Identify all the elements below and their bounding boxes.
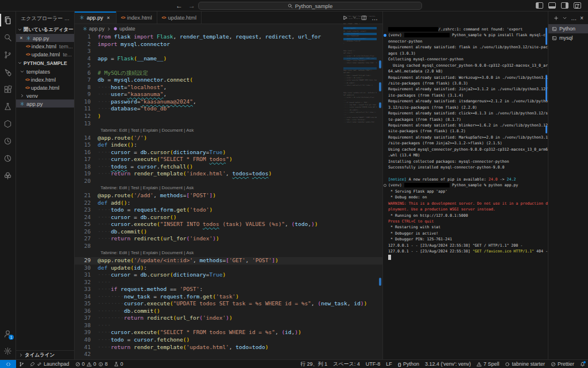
terminal-tab-mysql[interactable]: mysql <box>548 33 588 43</box>
line-number: 41 <box>75 344 98 351</box>
terminal-line: Requirement already satisfied: Werkzeug>… <box>383 75 548 80</box>
new-terminal-icon[interactable] <box>554 16 559 21</box>
toggle-panel[interactable] <box>548 2 556 9</box>
terminal-line: Installing collected packages: mysql-con… <box>383 159 548 164</box>
tree-item-update.html[interactable]: <>update.html <box>16 83 74 91</box>
terminal-output[interactable]: /.zshrc:1: command not found: 'export(ve… <box>383 26 548 359</box>
settings-gear-button[interactable] <box>0 342 16 359</box>
activity-testing[interactable] <box>0 98 16 115</box>
code-line: 11····database="todo_db" <box>75 105 382 113</box>
activity-clock-extension[interactable] <box>0 132 16 150</box>
code-line: 6# MySQLの接続設定 <box>75 70 382 77</box>
nav-forward-icon[interactable]: → <box>188 2 195 10</box>
html-icon: <> <box>121 15 125 20</box>
status-source-control-graph[interactable] <box>16 360 27 368</box>
status-python-interpreter[interactable]: 3.12.4 ('venv': venv) <box>422 360 474 368</box>
command-center-search[interactable]: Python_sample <box>198 2 422 10</box>
activity-ai-extension[interactable] <box>0 150 16 167</box>
status-language-mode[interactable]: {}Python <box>395 360 422 368</box>
line-number: 13 <box>75 120 98 128</box>
activity-hexagon-extension[interactable] <box>0 115 16 132</box>
code-line: 23····todo = request.form.get('todo') <box>75 206 382 214</box>
toggle-secondary-sidebar[interactable] <box>561 2 568 9</box>
open-editors-header[interactable]: 開いているエディター <box>16 25 74 34</box>
code-editor[interactable]: 1from flask import Flask, render_templat… <box>75 33 382 359</box>
minimap-highlight <box>343 57 377 60</box>
terminal-profile-dropdown-icon[interactable] <box>562 16 567 21</box>
activity-run-debug[interactable] <box>0 63 16 80</box>
code-text: ····return render_template('index.html',… <box>98 170 272 178</box>
project-section-header[interactable]: PYTHON_SAMPLE <box>16 59 74 67</box>
status-notifications[interactable] <box>577 360 588 368</box>
codelens-row[interactable]: Tabnine: Edit | Test | Explain | Documen… <box>75 127 382 135</box>
code-text: db = mysql.connector.connect( <box>98 76 193 84</box>
code-text: @app.route('/') <box>98 135 147 142</box>
status-prettier[interactable]: Prettier <box>548 360 577 368</box>
status-indentation[interactable]: スペース: 4 <box>330 360 363 368</box>
status-remote-indicator[interactable] <box>0 360 16 368</box>
editor-group: app.py×<>index.html<>update.html… app.py… <box>75 12 382 359</box>
code-line: 22def add(): <box>75 200 382 207</box>
tree-item-app.py[interactable]: app.py <box>16 99 74 108</box>
command-decoration-default-icon[interactable] <box>384 184 386 187</box>
line-number: 14 <box>75 135 98 142</box>
tree-item-index.html[interactable]: <>index.html <box>16 75 74 83</box>
toggle-primary-sidebar[interactable] <box>536 2 543 9</box>
remote-icon <box>6 362 11 367</box>
terminal-line: Using cached mysql_connector_python-9.0.… <box>383 63 548 68</box>
status-problems[interactable]: 008 <box>72 360 111 368</box>
status-eol-sequence[interactable]: LF <box>383 360 395 368</box>
close-icon[interactable]: × <box>18 35 24 41</box>
activity-search[interactable] <box>0 29 16 46</box>
terminal-tab-Python[interactable]: Python <box>548 24 588 33</box>
open-editor-update.html[interactable]: <>update.htmlte... <box>16 50 74 58</box>
tab-index.html[interactable]: <>index.html <box>117 12 157 24</box>
status-testing-results[interactable]: 0 <box>111 360 126 368</box>
status-cursor-position[interactable]: 行 29、列 1 <box>297 360 330 368</box>
customize-layout[interactable] <box>574 2 581 9</box>
codelens-row[interactable]: Tabnine: Edit | Test | Explain | Documen… <box>75 250 382 257</box>
terminal-more-actions-icon[interactable]: … <box>571 15 577 21</box>
terminal-line: Requirement already satisfied: flask in … <box>383 44 548 50</box>
terminal-scrollbar-mark <box>546 28 547 45</box>
minimap[interactable]: from flask import Flask, render_template… <box>343 16 377 126</box>
close-panel-icon[interactable]: × <box>580 15 583 21</box>
line-number: 23 <box>75 206 98 214</box>
open-editor-index.html[interactable]: <>index.htmltem... <box>16 42 74 50</box>
nav-back-icon[interactable]: ← <box>176 2 183 10</box>
status-spell-checker[interactable]: 7 Spell <box>474 360 502 368</box>
activity-source-control[interactable] <box>0 46 16 63</box>
code-line: 25····cursor.execute("INSERT INTO todos … <box>75 221 382 228</box>
codelens-row[interactable]: Tabnine: Edit | Test | Explain | Documen… <box>75 185 382 192</box>
tab-app.py[interactable]: app.py× <box>75 12 117 24</box>
activity-explorer[interactable] <box>0 12 16 29</box>
file-label: app.py <box>33 35 49 41</box>
status-encoding[interactable]: UTF-8 <box>363 360 384 368</box>
code-text: ) <box>98 113 101 120</box>
status-text: 0 <box>121 361 123 367</box>
breadcrumb[interactable]: app.py update <box>75 24 382 33</box>
tree-item-venv[interactable]: venv <box>16 91 74 99</box>
line-number: 26 <box>75 228 98 236</box>
code-line: 4app = Flask(__name__) <box>75 55 382 63</box>
activity-extensions[interactable] <box>0 80 16 98</box>
open-editor-app.py[interactable]: ×app.py <box>16 34 74 42</box>
command-decoration-success-icon[interactable] <box>384 34 386 37</box>
terminal-line: * Serving Flask app 'app' <box>383 189 548 194</box>
html-icon: <> <box>25 77 29 82</box>
tab-update.html[interactable]: <>update.html <box>157 12 202 24</box>
timeline-section[interactable]: タイムライン <box>16 350 74 359</box>
status-tabnine[interactable]: tabnine starter <box>502 360 548 368</box>
explorer-more-icon[interactable]: … <box>64 16 69 21</box>
tree-item-templates[interactable]: templates <box>16 67 74 75</box>
chevron-right-icon <box>20 93 25 98</box>
activity-tree-extension[interactable] <box>0 167 16 184</box>
python-file-icon <box>83 26 87 31</box>
file-label: index.html <box>32 43 56 49</box>
account-button[interactable]: 1 <box>0 325 16 342</box>
python-icon <box>79 15 84 20</box>
status-gitlens-launchpad[interactable]: Launchpad <box>27 360 72 368</box>
close-icon[interactable]: × <box>106 15 111 21</box>
line-number: 19 <box>75 170 98 178</box>
chevron-down-icon <box>17 27 22 32</box>
